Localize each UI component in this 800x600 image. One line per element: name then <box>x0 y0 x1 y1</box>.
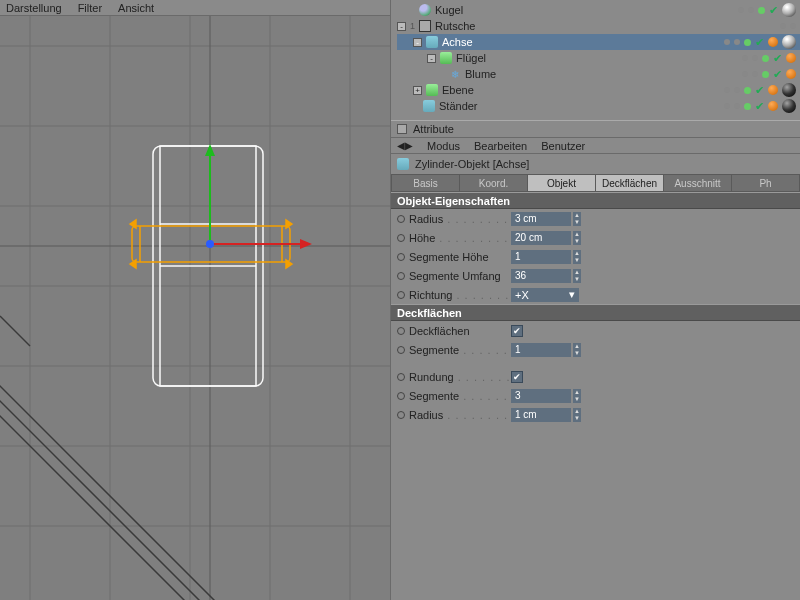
om-row-rutsche[interactable]: -1 Rutsche <box>397 18 800 34</box>
spinner-radius[interactable]: ▲▼ <box>573 212 581 226</box>
tab-koord[interactable]: Koord. <box>459 174 527 192</box>
collapse-icon[interactable]: - <box>427 54 436 63</box>
dropdown-richtung[interactable]: +X▾ <box>511 288 579 302</box>
spinner-hoehe[interactable]: ▲▼ <box>573 231 581 245</box>
input-seg-hoehe[interactable] <box>511 250 571 264</box>
polygon-icon <box>440 52 452 64</box>
section-objekt-eigenschaften: Objekt-Eigenschaften <box>391 192 800 209</box>
svg-line-15 <box>0 361 215 600</box>
input-rund-seg[interactable] <box>511 389 571 403</box>
om-label: Ständer <box>439 100 478 112</box>
object-title-row: Zylinder-Objekt [Achse] <box>391 154 800 174</box>
om-row-fluegel[interactable]: - Flügel ✔ <box>397 50 800 66</box>
svg-marker-28 <box>300 239 312 249</box>
label-radius: Radius <box>409 213 509 225</box>
material-tag[interactable] <box>782 35 796 49</box>
input-seg-umfang[interactable] <box>511 269 571 283</box>
menu-filter[interactable]: Filter <box>78 2 102 14</box>
cylinder-icon <box>423 100 435 112</box>
material-tag[interactable] <box>782 3 796 17</box>
prop-rund-radius: Radius ▲▼ <box>391 405 800 424</box>
attr-menu-bearbeiten[interactable]: Bearbeiten <box>474 140 527 152</box>
checkbox-deckflaechen[interactable]: ✔ <box>511 325 523 337</box>
om-label: Flügel <box>456 52 486 64</box>
om-label: Blume <box>465 68 496 80</box>
prop-rund-segmente: Segmente ▲▼ <box>391 386 800 405</box>
object-title: Zylinder-Objekt [Achse] <box>415 158 529 170</box>
tab-deckflaechen[interactable]: Deckflächen <box>595 174 663 192</box>
prop-deckflaechen: Deckflächen ✔ <box>391 321 800 340</box>
prop-deck-segmente: Segmente ▲▼ <box>391 340 800 359</box>
phong-tag[interactable] <box>768 101 778 111</box>
phong-tag[interactable] <box>786 69 796 79</box>
tab-objekt[interactable]: Objekt <box>527 174 595 192</box>
menu-ansicht[interactable]: Ansicht <box>118 2 154 14</box>
spinner-deck-seg[interactable]: ▲▼ <box>573 343 581 357</box>
spinner-rund-seg[interactable]: ▲▼ <box>573 389 581 403</box>
phong-tag[interactable] <box>768 85 778 95</box>
tab-phong[interactable]: Ph <box>731 174 800 192</box>
om-label: Achse <box>442 36 473 48</box>
polygon-icon <box>426 84 438 96</box>
checkbox-rundung[interactable]: ✔ <box>511 371 523 383</box>
expand-icon[interactable]: + <box>413 86 422 95</box>
collapse-icon[interactable]: - <box>413 38 422 47</box>
object-manager[interactable]: Kugel ✔ -1 Rutsche - Achse ✔ - Flügel ✔ … <box>391 0 800 120</box>
prop-hoehe: Höhe ▲▼ <box>391 228 800 247</box>
om-row-ebene[interactable]: + Ebene ✔ <box>397 82 800 98</box>
svg-line-14 <box>0 346 230 600</box>
attr-menu-benutzer[interactable]: Benutzer <box>541 140 585 152</box>
menu-darstellung[interactable]: Darstellung <box>6 2 62 14</box>
label-seg-hoehe: Segmente Höhe <box>409 251 509 263</box>
section-deckflaechen: Deckflächen <box>391 304 800 321</box>
label-deckflaechen: Deckflächen <box>409 325 509 337</box>
label-rund-seg: Segmente <box>409 390 509 402</box>
om-row-staender[interactable]: Ständer ✔ <box>397 98 800 114</box>
spinner-seg-hoehe[interactable]: ▲▼ <box>573 250 581 264</box>
attr-menu-modus[interactable]: Modus <box>427 140 460 152</box>
cylinder-icon <box>426 36 438 48</box>
attr-toggle-icon[interactable] <box>397 124 407 134</box>
input-hoehe[interactable] <box>511 231 571 245</box>
om-label: Ebene <box>442 84 474 96</box>
collapse-icon[interactable]: - <box>397 22 406 31</box>
prop-richtung: Richtung +X▾ <box>391 285 800 304</box>
sphere-icon <box>419 4 431 16</box>
label-hoehe: Höhe <box>409 232 509 244</box>
input-radius[interactable] <box>511 212 571 226</box>
om-label: Rutsche <box>435 20 475 32</box>
svg-line-17 <box>0 316 30 346</box>
prop-radius: Radius ▲▼ <box>391 209 800 228</box>
attribute-title: Attribute <box>413 123 454 135</box>
phong-tag[interactable] <box>786 53 796 63</box>
material-tag[interactable] <box>782 83 796 97</box>
label-deck-seg: Segmente <box>409 344 509 356</box>
label-rund-radius: Radius <box>409 409 509 421</box>
prop-segmente-umfang: Segmente Umfang ▲▼ <box>391 266 800 285</box>
attribute-tabs: Basis Koord. Objekt Deckflächen Ausschni… <box>391 174 800 192</box>
attribute-header: Attribute <box>391 120 800 138</box>
input-rund-radius[interactable] <box>511 408 571 422</box>
tab-basis[interactable]: Basis <box>391 174 459 192</box>
prop-rundung: Rundung ✔ <box>391 367 800 386</box>
flower-icon: ❄ <box>449 68 461 80</box>
phong-tag[interactable] <box>768 37 778 47</box>
svg-point-29 <box>206 240 214 248</box>
attribute-menubar: ◀▶ Modus Bearbeiten Benutzer <box>391 138 800 154</box>
null-icon <box>419 20 431 32</box>
material-tag[interactable] <box>782 99 796 113</box>
om-row-achse[interactable]: - Achse ✔ <box>397 34 800 50</box>
spinner-seg-umfang[interactable]: ▲▼ <box>573 269 581 283</box>
label-seg-umfang: Segmente Umfang <box>409 270 509 282</box>
right-panel: Kugel ✔ -1 Rutsche - Achse ✔ - Flügel ✔ … <box>390 0 800 600</box>
spinner-rund-radius[interactable]: ▲▼ <box>573 408 581 422</box>
prop-segmente-hoehe: Segmente Höhe ▲▼ <box>391 247 800 266</box>
om-row-blume[interactable]: ❄ Blume ✔ <box>397 66 800 82</box>
label-richtung: Richtung <box>409 289 509 301</box>
om-label: Kugel <box>435 4 463 16</box>
tab-ausschnitt[interactable]: Ausschnitt <box>663 174 731 192</box>
viewport[interactable] <box>0 16 390 600</box>
input-deck-seg[interactable] <box>511 343 571 357</box>
label-rundung: Rundung <box>409 371 509 383</box>
om-row-kugel[interactable]: Kugel ✔ <box>397 2 800 18</box>
